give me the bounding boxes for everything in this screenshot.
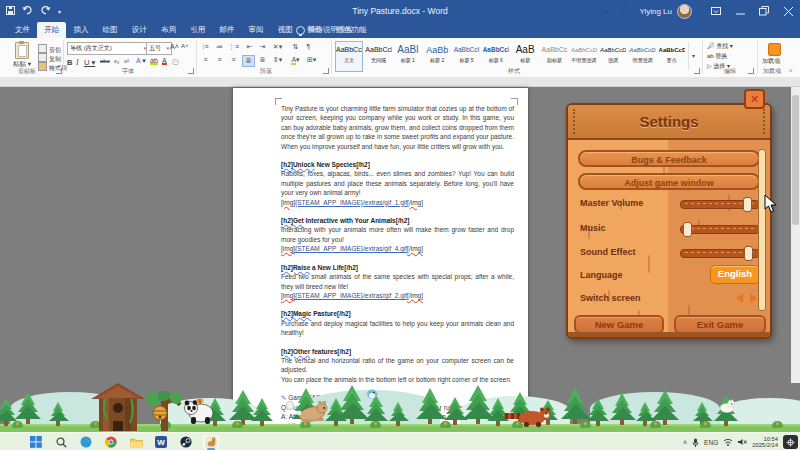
ribbon-tab-8[interactable]: 审阅 bbox=[242, 22, 271, 38]
style-item[interactable]: AaBbCcD无间隔 bbox=[364, 41, 392, 72]
styles-dialog-launcher[interactable] bbox=[694, 68, 700, 74]
font-size-combo[interactable]: 五号▾ bbox=[146, 42, 172, 55]
close-button[interactable] bbox=[776, 0, 800, 22]
tiny-pasture-icon[interactable] bbox=[203, 435, 219, 449]
switch-screen-right-arrow[interactable] bbox=[750, 293, 757, 303]
style-item[interactable]: AaBbCcD强调 bbox=[599, 41, 627, 72]
editing-dialog-launcher[interactable] bbox=[748, 68, 754, 74]
scrollbar-thumb[interactable] bbox=[792, 95, 799, 225]
bold-button[interactable]: B bbox=[67, 58, 72, 67]
shading-button[interactable]: A▾ bbox=[290, 55, 301, 65]
style-item[interactable]: AaBl标题 1 bbox=[394, 41, 422, 72]
show-marks-button[interactable]: ¶ bbox=[303, 42, 314, 52]
font-family-combo[interactable]: 等线 (西文正文)▾ bbox=[67, 42, 149, 55]
paste-button[interactable]: 粘贴 ▾ bbox=[8, 42, 36, 69]
addins-icon[interactable] bbox=[768, 43, 781, 56]
shrink-font-icon[interactable]: A˅ bbox=[181, 43, 189, 49]
ribbon-tab-2[interactable]: 插入 bbox=[66, 22, 95, 38]
start-icon[interactable] bbox=[28, 435, 44, 449]
document-scrollbar[interactable] bbox=[791, 87, 800, 383]
style-item[interactable]: AaBbCcD明显强调 bbox=[628, 41, 656, 72]
game-gear-button[interactable] bbox=[783, 435, 798, 449]
ribbon-tab-4[interactable]: 设计 bbox=[125, 22, 154, 38]
ribbon-tab-3[interactable]: 绘图 bbox=[96, 22, 125, 38]
settings-close-button[interactable]: ✕ bbox=[744, 89, 765, 109]
enclose-characters-button[interactable]: ㊀ bbox=[172, 57, 179, 67]
justify-button[interactable]: ≣ bbox=[242, 55, 255, 67]
music-slider[interactable] bbox=[680, 225, 760, 234]
tray-chevron-icon[interactable]: ˄ bbox=[683, 439, 687, 446]
replace-button[interactable]: ab 替换 bbox=[707, 52, 727, 61]
sort-button[interactable]: ⇅ bbox=[290, 42, 301, 52]
tell-me-search[interactable]: 操作说明搜索 bbox=[296, 22, 353, 38]
distribute-button[interactable]: ≣ bbox=[257, 55, 268, 65]
explorer-icon[interactable] bbox=[128, 435, 144, 449]
style-item[interactable]: AaBbCcD正文 bbox=[335, 41, 363, 72]
style-item[interactable]: AaBbCc副标题 bbox=[540, 41, 568, 72]
collapse-ribbon-icon[interactable]: ˄ bbox=[789, 68, 793, 74]
find-button[interactable]: 🔎 查找 ▾ bbox=[707, 42, 733, 51]
ime-language[interactable]: ENG bbox=[704, 439, 718, 446]
paragraph-dialog-launcher[interactable] bbox=[323, 68, 329, 74]
style-item[interactable]: AaBbCcI标题 5 bbox=[452, 41, 480, 72]
slider-knob[interactable] bbox=[744, 246, 753, 261]
minimize-button[interactable] bbox=[728, 0, 752, 22]
numbering-button[interactable]: ≔ bbox=[214, 42, 225, 52]
taskbar-clock[interactable]: 10:54 2025/2/14 bbox=[752, 436, 778, 449]
borders-button[interactable]: ⊞▾ bbox=[306, 55, 317, 65]
bugs-feedback-button[interactable]: Bugs & Feedback bbox=[578, 150, 760, 167]
grow-font-icon[interactable]: A˄ bbox=[170, 43, 179, 50]
restore-button[interactable] bbox=[752, 0, 776, 22]
style-item[interactable]: AaBbCcD要点 bbox=[658, 41, 686, 72]
ribbon-tab-0[interactable]: 文件 bbox=[8, 22, 37, 38]
multilevel-list-button[interactable]: ⋮≡ bbox=[228, 42, 239, 52]
microphone-icon[interactable] bbox=[692, 438, 699, 447]
bullets-button[interactable]: ⁝≡ bbox=[200, 42, 211, 52]
style-item[interactable]: AaBb标题 2 bbox=[423, 41, 451, 72]
settings-panel-header[interactable]: Settings bbox=[568, 105, 770, 140]
steam-icon[interactable] bbox=[178, 435, 194, 449]
account-chip[interactable]: Yiying Lu bbox=[639, 0, 692, 22]
addins-button[interactable]: 加载项 bbox=[762, 57, 780, 66]
ribbon-tab-7[interactable]: 邮件 bbox=[212, 22, 241, 38]
line-spacing-button[interactable]: ⇕▾ bbox=[272, 55, 283, 65]
highlight-button[interactable]: ab bbox=[150, 57, 158, 65]
language-button[interactable]: English bbox=[710, 265, 760, 284]
document-text[interactable]: Tiny Pasture is your charming little far… bbox=[281, 104, 514, 449]
ribbon-display-options-icon[interactable] bbox=[704, 0, 728, 22]
search-icon[interactable] bbox=[53, 435, 69, 449]
ribbon-tab-6[interactable]: 引用 bbox=[183, 22, 212, 38]
align-center-button[interactable]: ≡ bbox=[214, 55, 225, 65]
decrease-indent-button[interactable]: ⇤ bbox=[244, 42, 255, 52]
increase-indent-button[interactable]: ⇥ bbox=[257, 42, 268, 52]
panel-scrollbar[interactable] bbox=[758, 149, 766, 311]
italic-button[interactable]: I bbox=[76, 58, 79, 67]
underline-button[interactable]: U ▾ bbox=[84, 58, 95, 67]
superscript-button[interactable]: x² bbox=[124, 58, 129, 64]
slider-knob[interactable] bbox=[683, 222, 692, 237]
slider-knob[interactable] bbox=[743, 197, 752, 212]
adjust-game-window-button[interactable]: Adjust game window bbox=[578, 173, 760, 190]
styles-more-button[interactable]: ▾ bbox=[688, 42, 698, 70]
document-page[interactable]: Tiny Pasture is your charming little far… bbox=[233, 88, 528, 450]
speaker-icon[interactable] bbox=[738, 438, 747, 446]
subscript-button[interactable]: x₂ bbox=[114, 58, 119, 64]
asian-layout-button[interactable]: ✕▾ bbox=[272, 42, 283, 52]
ribbon-tab-1[interactable]: 开始 bbox=[37, 22, 66, 38]
ribbon-tab-5[interactable]: 布局 bbox=[154, 22, 183, 38]
switch-screen-left-arrow[interactable] bbox=[736, 293, 743, 303]
word-icon[interactable]: W bbox=[153, 435, 169, 449]
clipboard-dialog-launcher[interactable] bbox=[56, 68, 62, 74]
font-dialog-launcher[interactable] bbox=[188, 68, 194, 74]
edge-icon[interactable] bbox=[78, 435, 94, 449]
align-right-button[interactable]: ≡ bbox=[228, 55, 239, 65]
text-effects-button[interactable]: A ▾ bbox=[136, 57, 146, 65]
wifi-icon[interactable] bbox=[723, 438, 733, 446]
master-volume-slider[interactable] bbox=[680, 200, 760, 209]
strikethrough-button[interactable]: abc bbox=[100, 58, 110, 64]
chrome-icon[interactable] bbox=[103, 435, 119, 449]
font-color-button[interactable]: A bbox=[162, 57, 167, 65]
align-left-button[interactable]: ≡ bbox=[200, 55, 211, 65]
style-item[interactable]: AaBbCcD不明显强调 bbox=[570, 41, 598, 72]
sound-effect-slider[interactable] bbox=[680, 249, 760, 258]
